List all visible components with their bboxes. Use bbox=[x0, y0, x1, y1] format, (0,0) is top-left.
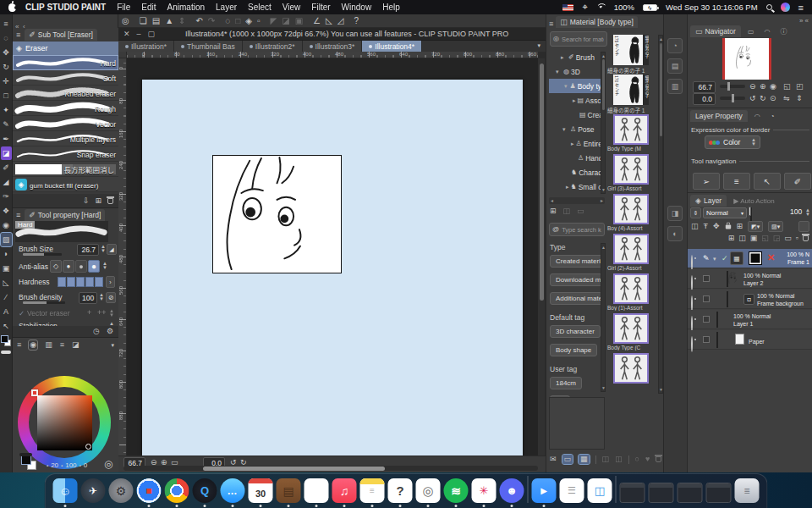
select-layer-tool-button[interactable]: ➢ bbox=[693, 173, 720, 190]
canvas[interactable] bbox=[142, 80, 523, 456]
lock-transparent-icon[interactable]: Ŧ bbox=[704, 223, 709, 230]
full-area-icon[interactable]: ◰ bbox=[796, 83, 804, 91]
menubar-clock[interactable]: Wed Sep 30 10:16:06 PM bbox=[666, 3, 758, 12]
input-language-flag-icon[interactable] bbox=[562, 4, 573, 11]
new-vector-layer-icon[interactable]: ◫ bbox=[738, 235, 746, 242]
edit-folder-icon[interactable]: ▭ bbox=[577, 207, 584, 215]
move-lock-icon[interactable]: ✥ bbox=[713, 223, 720, 230]
draft-layer-icon[interactable]: ▨▾ bbox=[768, 221, 783, 232]
auto-action-tab[interactable]: ▶ Auto Action bbox=[730, 196, 777, 207]
spotlight-icon[interactable] bbox=[766, 4, 772, 10]
collapsed-panel-icon[interactable]: ◔ bbox=[667, 38, 683, 53]
panel-menu-icon[interactable]: ≡ bbox=[14, 30, 22, 41]
dock-zoom[interactable]: ▶ bbox=[532, 478, 557, 503]
layer-row-layer-2[interactable]: 100 % NormalLayer 2 bbox=[688, 269, 812, 289]
eyedropper-tool[interactable]: ✎ bbox=[1, 118, 12, 131]
swatch-options-pill[interactable] bbox=[19, 453, 32, 456]
vertical-scrollbar[interactable] bbox=[538, 58, 545, 456]
mask-layer-icon[interactable]: ▭ bbox=[784, 235, 792, 242]
vector-erase-intersect-icon[interactable]: ++ bbox=[97, 309, 107, 317]
anti-alias-weak-button[interactable]: ● bbox=[63, 260, 74, 273]
undo-icon[interactable]: ↶ bbox=[195, 17, 202, 25]
material-thumb-boy-4[interactable]: Boy (4)-Assort bbox=[607, 194, 656, 233]
opacity-value[interactable]: 100 bbox=[790, 207, 802, 216]
menubar-item[interactable]: File bbox=[117, 3, 130, 12]
dock-calendar[interactable]: 30 bbox=[249, 478, 273, 503]
brush-size-slider[interactable] bbox=[23, 253, 62, 256]
scale-rotate-icon[interactable]: ◤ bbox=[270, 17, 277, 25]
menubar-item[interactable]: Filter bbox=[311, 3, 330, 12]
siri-icon[interactable] bbox=[781, 3, 790, 12]
transfer-layer-icon[interactable]: ◱ bbox=[761, 235, 769, 242]
material-tab[interactable]: ◫Material [Body type] bbox=[556, 16, 638, 28]
saturation-value-square[interactable] bbox=[37, 395, 92, 450]
new-folder-icon[interactable]: ⊞ bbox=[550, 207, 557, 215]
material-tree-3d[interactable]: ▾◍3D bbox=[549, 64, 601, 79]
color-mode-toggle-icon[interactable]: ◎ bbox=[104, 459, 112, 469]
tag-3d-character[interactable]: 3D character bbox=[550, 325, 601, 338]
dock-spotify[interactable]: ≋ bbox=[444, 478, 469, 503]
zoom-out-icon[interactable]: ⊖ bbox=[749, 83, 756, 91]
blend-mode-dropdown[interactable]: Normal▾ bbox=[703, 207, 747, 218]
tab-illustration[interactable]: Illustration* bbox=[118, 41, 174, 52]
brightness-value[interactable]: 0 bbox=[84, 461, 87, 469]
anti-alias-none-button[interactable]: ◇ bbox=[50, 260, 62, 273]
send-material-icon[interactable]: ✉ bbox=[550, 456, 557, 463]
menubar-item[interactable]: Help bbox=[382, 3, 400, 12]
collapsed-panel-icon[interactable]: ▤ bbox=[667, 58, 683, 74]
rotate-right-icon[interactable]: ↻ bbox=[760, 95, 766, 102]
dock-quicktime[interactable]: Q bbox=[193, 478, 217, 503]
navigator-preview[interactable] bbox=[722, 38, 771, 80]
export-icon[interactable]: ▲ bbox=[165, 17, 173, 25]
dock-finder[interactable]: ☺ bbox=[53, 478, 78, 503]
zoom-in-icon[interactable]: ⊕ bbox=[760, 83, 766, 91]
hardness-step-1[interactable] bbox=[58, 277, 66, 287]
brush-density-value[interactable]: 100 bbox=[79, 292, 97, 304]
layer-property-tab[interactable]: Layer Property bbox=[690, 110, 748, 122]
gradient-tool[interactable]: ▨ bbox=[1, 233, 12, 246]
tag-body-shape[interactable]: Body shape bbox=[550, 344, 597, 356]
dock-system-preferences[interactable]: ⚙ bbox=[109, 478, 134, 503]
new-file-icon[interactable]: ❏ bbox=[140, 17, 147, 25]
redo-icon[interactable]: ↷ bbox=[208, 17, 215, 25]
layer-thumbnail[interactable] bbox=[716, 312, 718, 328]
color-history-pill[interactable] bbox=[1, 351, 11, 354]
select-border-icon[interactable]: ▫ bbox=[257, 17, 261, 25]
favorite-icon[interactable]: ♥ bbox=[645, 456, 650, 463]
menubar-item[interactable]: Layer bbox=[216, 3, 237, 12]
app-menu-title[interactable]: CLIP STUDIO PAINT bbox=[25, 3, 106, 12]
material-thumb-girl-3[interactable]: Girl (3)-Assort bbox=[607, 154, 656, 193]
copy-material-icon[interactable]: ◫ bbox=[602, 456, 610, 463]
dock-messages[interactable]: … bbox=[221, 478, 245, 503]
select-checkbox[interactable] bbox=[703, 275, 710, 282]
subtool-tab[interactable]: ✐Sub Tool [Eraser] bbox=[25, 29, 97, 41]
subtool-vector[interactable]: Vector bbox=[13, 116, 118, 131]
hardness-step-3[interactable] bbox=[76, 277, 85, 287]
anti-alias-strong-button[interactable]: ● bbox=[88, 260, 100, 273]
material-tree-pose[interactable]: ▾♙Pose bbox=[549, 122, 601, 136]
polyline-tool[interactable]: ◺ bbox=[1, 276, 12, 290]
tree-scrollbar[interactable]: ▲▼ bbox=[601, 52, 606, 194]
tree-hscrollbar[interactable]: ◂▸ bbox=[549, 197, 605, 204]
canvas-viewport[interactable] bbox=[127, 58, 538, 456]
layer-thumbnail[interactable] bbox=[727, 291, 728, 307]
frame-border-tool[interactable]: ▣ bbox=[1, 262, 12, 275]
palette-color-icon[interactable]: ⇕ bbox=[690, 207, 701, 218]
animation-tab-icon[interactable]: ◠ bbox=[751, 111, 764, 122]
opacity-stepper[interactable]: ▲▼ bbox=[805, 208, 810, 218]
new-layer-icon[interactable]: ⊞ bbox=[728, 235, 735, 242]
hardness-step-4[interactable] bbox=[85, 277, 94, 287]
blend-tool[interactable]: ◉ bbox=[1, 218, 12, 232]
layer-row-frame-1[interactable]: ✎ ▾ ✓ ▦ ✕ 100 % NFrame 1 bbox=[688, 249, 812, 268]
layer-color-box[interactable] bbox=[798, 221, 809, 232]
material-thumb-partial[interactable] bbox=[607, 353, 656, 392]
material-thumb-slim-boy-170[interactable]: 170センチ 細身の男の子 1 bbox=[607, 75, 656, 113]
apple-menu-icon[interactable] bbox=[8, 3, 16, 12]
saturation-value[interactable]: 100 bbox=[65, 461, 76, 469]
vector-eraser-checkbox[interactable]: ✓ bbox=[19, 309, 25, 318]
subtool-rough[interactable]: Rough bbox=[13, 101, 118, 116]
tab-illustration4[interactable]: Illustration4* bbox=[362, 41, 422, 52]
tab-thumbnail[interactable]: Thumbnail Bas bbox=[174, 41, 243, 52]
separator[interactable] bbox=[528, 476, 529, 503]
menubar-item[interactable]: Window bbox=[342, 3, 372, 12]
